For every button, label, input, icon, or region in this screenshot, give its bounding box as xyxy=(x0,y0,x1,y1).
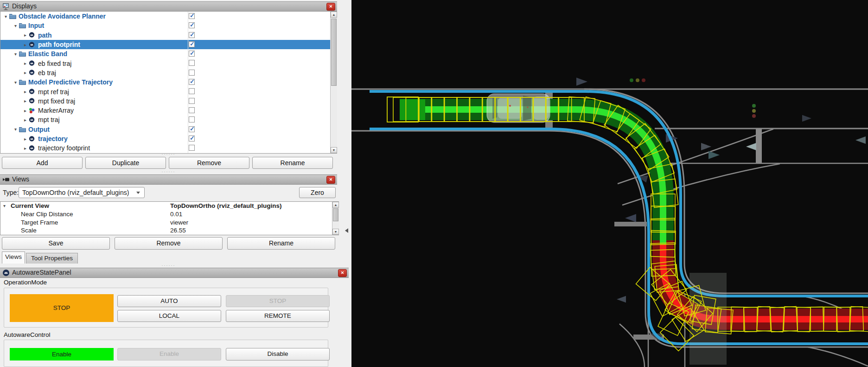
property-value[interactable]: 26.55 xyxy=(170,226,186,235)
display-tree-row[interactable]: ▾ Obstacle Avoidance Planner xyxy=(0,12,330,21)
tree-item-checkbox[interactable] xyxy=(189,98,195,104)
tree-expander-icon[interactable]: ▾ xyxy=(12,23,19,28)
property-row[interactable]: Scale 26.55 xyxy=(0,226,338,235)
tree-item-checkbox[interactable] xyxy=(189,32,195,38)
scroll-up-icon[interactable]: ▲ xyxy=(331,12,337,18)
displays-close-icon[interactable] xyxy=(326,3,335,11)
remove-view-button[interactable]: Remove xyxy=(115,237,223,250)
autoware-control-group: Enable EnableDisable xyxy=(4,340,328,367)
splitter-handle[interactable] xyxy=(0,264,337,267)
property-value[interactable]: TopDownOrtho (rviz_default_plugins) xyxy=(170,202,282,210)
display-tree-row[interactable]: ▾ Elastic Band xyxy=(0,49,330,58)
tree-expander-icon[interactable]: ▸ xyxy=(22,42,29,47)
autoware-icon xyxy=(2,269,10,277)
property-row[interactable]: ▾ Current View TopDownOrtho (rviz_defaul… xyxy=(0,202,338,210)
duplicate-button[interactable]: Duplicate xyxy=(85,157,166,169)
panel-collapse-arrow[interactable] xyxy=(345,228,348,233)
local-button[interactable]: LOCAL xyxy=(117,310,221,322)
displays-tree-scrollbar[interactable]: ▲ ▼ xyxy=(330,12,337,153)
tree-expander-icon[interactable]: ▾ xyxy=(12,127,19,132)
tree-item-checkbox[interactable] xyxy=(189,22,195,28)
enable-control-button[interactable]: Enable xyxy=(117,348,221,361)
tree-item-checkbox[interactable] xyxy=(189,60,195,66)
tree-item-checkbox[interactable] xyxy=(189,13,195,19)
tree-expander-icon[interactable]: ▾ xyxy=(12,52,19,57)
tree-expander-icon[interactable]: ▸ xyxy=(22,32,29,38)
scroll-down-icon[interactable]: ▼ xyxy=(332,229,339,235)
zero-button[interactable]: Zero xyxy=(299,187,336,198)
tree-expander-icon[interactable]: ▸ xyxy=(22,70,29,75)
tree-expander-icon[interactable]: ▸ xyxy=(22,61,29,66)
save-view-button[interactable]: Save xyxy=(2,237,110,250)
autoware-state-panel-title: AutowareStatePanel xyxy=(12,269,71,276)
display-tree-row[interactable]: ▸ MarkerArray xyxy=(0,106,330,115)
tree-item-checkbox[interactable] xyxy=(189,88,195,94)
auto-button[interactable]: AUTO xyxy=(117,295,221,307)
display-tree-row[interactable]: ▸ path xyxy=(0,31,330,40)
tree-expander-icon[interactable]: ▾ xyxy=(12,80,19,85)
display-tree-row[interactable]: ▸ eb traj xyxy=(0,68,330,77)
tab-tool-properties[interactable]: Tool Properties xyxy=(26,253,78,264)
scrollbar-thumb[interactable] xyxy=(333,208,338,221)
viewport-container xyxy=(351,0,868,367)
tree-expander-icon[interactable]: ▸ xyxy=(22,98,29,103)
tree-item-checkbox[interactable] xyxy=(189,79,195,85)
autoware-state-panel-header[interactable]: AutowareStatePanel xyxy=(0,268,349,278)
tree-expander-icon[interactable]: ▾ xyxy=(3,202,6,210)
scroll-up-icon[interactable]: ▲ xyxy=(332,202,339,208)
scrollbar-thumb[interactable] xyxy=(331,19,337,86)
tree-expander-icon[interactable]: ▸ xyxy=(22,146,29,151)
tree-item-label: path xyxy=(37,32,52,39)
property-value[interactable]: 0.01 xyxy=(170,210,182,219)
rename-view-button[interactable]: Rename xyxy=(227,237,335,250)
disable-control-button[interactable]: Disable xyxy=(226,348,330,361)
tree-item-checkbox[interactable] xyxy=(189,135,195,142)
display-tree-row[interactable]: ▾ Model Predictive Trajectory xyxy=(0,77,330,87)
state-panel-close-icon[interactable] xyxy=(338,269,347,277)
display-tree-row[interactable]: ▾ Output xyxy=(0,125,330,134)
property-name: Near Clip Distance xyxy=(21,210,73,219)
tree-item-label: eb traj xyxy=(37,69,56,77)
3d-viewport[interactable] xyxy=(351,0,868,367)
tree-expander-icon[interactable]: ▸ xyxy=(22,108,29,113)
display-tree-row[interactable]: ▸ trajectory xyxy=(0,134,330,143)
scroll-down-icon[interactable]: ▼ xyxy=(331,147,337,153)
display-tree-row[interactable]: ▸ mpt fixed traj xyxy=(0,97,330,106)
view-table-scrollbar[interactable]: ▲ ▼ xyxy=(332,202,339,235)
ego-vehicle xyxy=(487,94,550,122)
property-row[interactable]: Target Frame viewer xyxy=(0,219,338,227)
display-tree-row[interactable]: ▸ path footprint xyxy=(0,40,330,49)
tree-item-checkbox[interactable] xyxy=(189,126,195,132)
views-panel-header[interactable]: Views xyxy=(0,174,337,185)
display-tree-row[interactable]: ▾ Input xyxy=(0,21,330,30)
autoware-icon xyxy=(29,136,37,142)
displays-panel-header[interactable]: Displays xyxy=(0,1,337,12)
tab-views[interactable]: Views xyxy=(2,251,25,264)
splitter-handle[interactable] xyxy=(0,171,337,174)
add-button[interactable]: Add xyxy=(2,157,83,169)
tree-item-checkbox[interactable] xyxy=(189,145,195,151)
tree-item-checkbox[interactable] xyxy=(189,107,195,113)
property-value[interactable]: viewer xyxy=(170,219,188,227)
property-row[interactable]: Near Clip Distance 0.01 xyxy=(0,210,338,219)
rename-button[interactable]: Rename xyxy=(252,157,333,169)
view-type-dropdown[interactable]: TopDownOrtho (rviz_default_plugins) xyxy=(19,187,145,198)
property-name: Scale xyxy=(21,226,37,235)
display-tree-row[interactable]: ▸ mpt traj xyxy=(0,115,330,124)
tree-expander-icon[interactable]: ▸ xyxy=(22,89,29,94)
views-close-icon[interactable] xyxy=(326,176,335,184)
tree-expander-icon[interactable]: ▸ xyxy=(22,136,29,142)
stop-button[interactable]: STOP xyxy=(226,295,330,307)
splitter-handle[interactable] xyxy=(0,153,337,156)
tree-item-label: MarkerArray xyxy=(37,107,74,114)
tree-item-checkbox[interactable] xyxy=(189,51,195,57)
tree-expander-icon[interactable]: ▾ xyxy=(2,14,9,19)
display-tree-row[interactable]: ▸ mpt ref traj xyxy=(0,87,330,96)
tree-item-checkbox[interactable] xyxy=(189,70,195,76)
display-tree-row[interactable]: ▸ eb fixed traj xyxy=(0,58,330,68)
tree-item-checkbox[interactable] xyxy=(189,41,195,47)
tree-expander-icon[interactable]: ▸ xyxy=(22,117,29,122)
remote-button[interactable]: REMOTE xyxy=(226,310,330,322)
tree-item-checkbox[interactable] xyxy=(189,116,195,122)
remove-button[interactable]: Remove xyxy=(169,157,249,169)
